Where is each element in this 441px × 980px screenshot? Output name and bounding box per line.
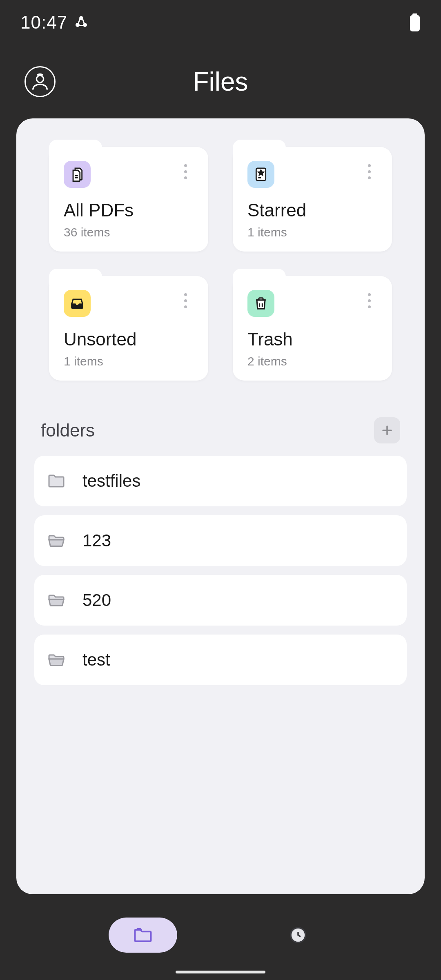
svg-point-2 <box>84 24 87 27</box>
nav-files-button[interactable] <box>109 918 177 953</box>
folder-open-icon <box>47 590 66 610</box>
inbox-icon <box>64 290 91 317</box>
plus-icon <box>380 423 394 437</box>
folder-name: test <box>82 650 110 670</box>
folder-name: 520 <box>82 590 111 610</box>
card-subtitle: 36 items <box>64 225 194 239</box>
card-starred[interactable]: Starred 1 items <box>233 147 392 252</box>
main-panel: All PDFs 36 items Starred 1 items <box>16 118 425 894</box>
more-icon[interactable] <box>178 161 194 183</box>
star-icon <box>247 161 274 188</box>
more-icon[interactable] <box>361 290 377 312</box>
home-indicator[interactable] <box>176 971 265 973</box>
folder-row-testfiles[interactable]: testfiles <box>34 456 407 506</box>
card-trash[interactable]: Trash 2 items <box>233 276 392 381</box>
status-time: 10:47 <box>20 12 67 33</box>
folder-name: 123 <box>82 531 111 550</box>
folder-name: testfiles <box>82 471 140 491</box>
trash-icon <box>247 290 274 317</box>
card-title: Unsorted <box>64 329 194 350</box>
svg-point-1 <box>76 24 79 27</box>
document-icon <box>64 161 91 188</box>
card-subtitle: 1 items <box>64 354 194 368</box>
svg-point-5 <box>36 76 43 82</box>
card-all-pdfs[interactable]: All PDFs 36 items <box>49 147 208 252</box>
card-subtitle: 1 items <box>247 225 377 239</box>
folder-row-520[interactable]: 520 <box>34 575 407 626</box>
folder-open-icon <box>47 531 66 550</box>
card-title: All PDFs <box>64 200 194 220</box>
folder-icon <box>132 924 154 946</box>
folders-section-header: folders <box>33 417 408 443</box>
card-subtitle: 2 items <box>247 354 377 368</box>
sync-icon <box>74 15 89 30</box>
avatar[interactable] <box>24 66 56 97</box>
card-grid: All PDFs 36 items Starred 1 items <box>33 147 408 381</box>
folder-row-123[interactable]: 123 <box>34 515 407 566</box>
more-icon[interactable] <box>178 290 194 312</box>
folder-list: testfiles 123 520 <box>33 456 408 685</box>
folder-open-icon <box>47 650 66 670</box>
folder-icon <box>47 471 66 491</box>
card-title: Starred <box>247 200 377 220</box>
svg-rect-4 <box>410 15 420 31</box>
more-icon[interactable] <box>361 161 377 183</box>
status-bar: 10:47 <box>0 0 441 45</box>
folders-section-title: folders <box>41 420 95 441</box>
app-header: Files <box>0 45 441 118</box>
status-left: 10:47 <box>20 12 89 33</box>
card-unsorted[interactable]: Unsorted 1 items <box>49 276 208 381</box>
nav-recent-button[interactable] <box>264 918 332 953</box>
folder-row-test[interactable]: test <box>34 635 407 685</box>
add-folder-button[interactable] <box>374 417 400 443</box>
battery-icon <box>409 13 421 31</box>
clock-icon <box>288 925 308 945</box>
bottom-nav <box>0 906 441 964</box>
page-title: Files <box>193 67 248 97</box>
card-title: Trash <box>247 329 377 350</box>
